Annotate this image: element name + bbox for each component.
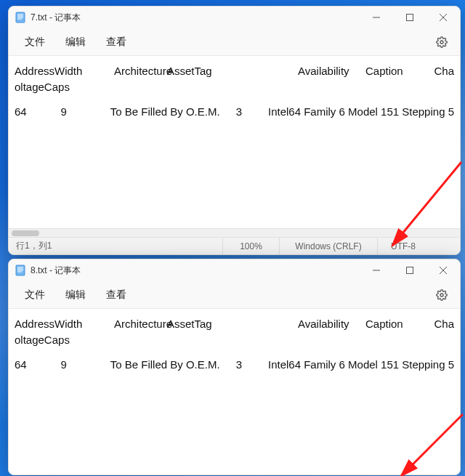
val-architecture: 9 — [60, 357, 110, 373]
col-oltagecaps: oltageCaps — [15, 334, 70, 346]
maximize-button[interactable] — [393, 259, 426, 281]
status-line-ending: Windows (CRLF) — [279, 238, 377, 254]
col-assettag: AssetTag — [167, 63, 298, 79]
data-row: 64 9 To Be Filled By O.E.M. 3 Intel64 Fa… — [15, 357, 454, 373]
minimize-button[interactable] — [360, 7, 393, 28]
status-zoom: 100% — [222, 238, 279, 254]
scrollbar-thumb[interactable] — [12, 230, 39, 236]
notepad-window-1: 7.txt - 记事本 文件 编辑 查看 AddressWidth Archit… — [8, 6, 461, 255]
notepad-icon — [15, 12, 26, 23]
col-architecture: Architecture — [114, 63, 167, 79]
data-row: 64 9 To Be Filled By O.E.M. 3 Intel64 Fa… — [15, 104, 454, 120]
svg-point-19 — [440, 294, 443, 297]
val-caption: Intel64 Family 6 Model 151 Stepping 5 — [268, 357, 454, 373]
header-row-wrap: oltageCaps — [15, 79, 454, 95]
titlebar[interactable]: 7.txt - 记事本 — [9, 7, 460, 28]
header-row-wrap: oltageCaps — [15, 332, 454, 348]
val-assettag: To Be Filled By O.E.M. — [110, 104, 236, 120]
val-addresswidth: 64 — [15, 357, 60, 373]
val-caption: Intel64 Family 6 Model 151 Stepping 5 — [268, 104, 454, 120]
col-assettag: AssetTag — [167, 316, 298, 332]
menu-edit[interactable]: 编辑 — [55, 31, 96, 53]
text-content[interactable]: AddressWidth Architecture AssetTag Avail… — [9, 56, 460, 237]
menu-edit[interactable]: 编辑 — [55, 284, 96, 306]
minimize-button[interactable] — [360, 259, 393, 281]
settings-button[interactable] — [429, 283, 454, 307]
statusbar: 行1，列1 100% Windows (CRLF) UTF-8 — [9, 237, 460, 254]
val-availability: 3 — [236, 104, 268, 120]
svg-rect-6 — [407, 15, 413, 21]
col-availability: Availability — [298, 316, 365, 332]
col-caption: Caption — [365, 316, 434, 332]
menu-file[interactable]: 文件 — [15, 31, 55, 53]
val-assettag: To Be Filled By O.E.M. — [110, 357, 236, 373]
col-cha: Cha — [434, 316, 454, 332]
window-title: 7.txt - 记事本 — [31, 12, 81, 24]
val-addresswidth: 64 — [15, 104, 60, 120]
col-caption: Caption — [365, 63, 434, 79]
col-addresswidth: AddressWidth — [15, 63, 62, 79]
notepad-icon — [15, 265, 26, 276]
col-oltagecaps: oltageCaps — [15, 81, 70, 93]
close-button[interactable] — [426, 259, 460, 281]
menu-view[interactable]: 查看 — [96, 31, 137, 53]
col-architecture: Architecture — [114, 316, 167, 332]
status-encoding: UTF-8 — [377, 238, 460, 254]
col-availability: Availability — [298, 63, 365, 79]
val-availability: 3 — [236, 357, 268, 373]
header-row: AddressWidth Architecture AssetTag Avail… — [15, 63, 454, 79]
titlebar[interactable]: 8.txt - 记事本 — [9, 259, 460, 281]
horizontal-scrollbar[interactable] — [9, 228, 460, 237]
window-title: 8.txt - 记事本 — [31, 265, 81, 277]
notepad-window-2: 8.txt - 记事本 文件 编辑 查看 AddressWidth Archit… — [8, 259, 461, 475]
close-button[interactable] — [426, 7, 460, 28]
col-cha: Cha — [434, 63, 454, 79]
val-architecture: 9 — [60, 104, 110, 120]
settings-button[interactable] — [429, 30, 454, 55]
status-line-col: 行1，列1 — [9, 240, 222, 252]
svg-point-9 — [440, 41, 443, 44]
col-addresswidth: AddressWidth — [15, 316, 62, 332]
header-row: AddressWidth Architecture AssetTag Avail… — [15, 316, 454, 332]
maximize-button[interactable] — [393, 7, 426, 28]
text-content[interactable]: AddressWidth Architecture AssetTag Avail… — [9, 309, 460, 475]
svg-rect-16 — [407, 267, 413, 274]
menu-view[interactable]: 查看 — [96, 284, 137, 306]
menu-file[interactable]: 文件 — [15, 284, 55, 306]
menubar: 文件 编辑 查看 — [9, 281, 460, 309]
menubar: 文件 编辑 查看 — [9, 28, 460, 56]
